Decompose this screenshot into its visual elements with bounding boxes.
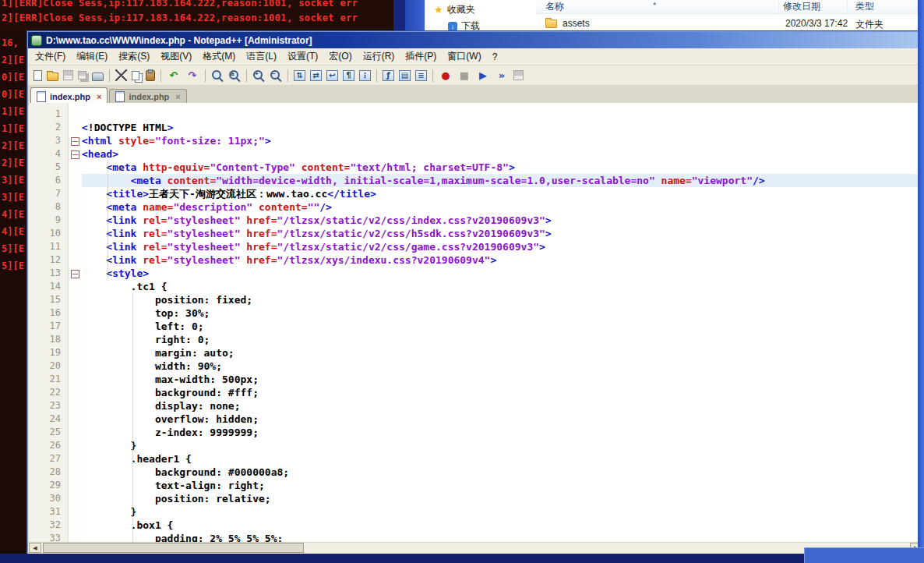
- code-line[interactable]: 6 <meta content="width=device-width, ini…: [29, 174, 922, 187]
- taskbar-tray-panel[interactable]: [804, 547, 924, 563]
- file-row[interactable]: assets2020/3/3 17:42文件夹: [536, 17, 918, 31]
- copy-icon[interactable]: [132, 71, 139, 80]
- editor[interactable]: 12<!DOCTYPE HTML>3<html style="font-size…: [29, 103, 922, 542]
- menu-item[interactable]: 视图(V): [155, 48, 197, 65]
- word-wrap-icon[interactable]: ↩: [326, 70, 338, 81]
- menu-item[interactable]: 格式(M): [197, 48, 241, 65]
- indent-guide-icon[interactable]: ⋮: [359, 70, 371, 81]
- code-line[interactable]: 2<!DOCTYPE HTML>: [29, 121, 922, 134]
- taskbar[interactable]: [0, 554, 924, 563]
- column-header-名称[interactable]: 名称▲: [536, 0, 779, 13]
- function-list-icon[interactable]: ƒ: [383, 70, 394, 81]
- macro-run-multiple-icon[interactable]: »: [495, 69, 509, 83]
- code-line[interactable]: 27 .header1 {: [29, 452, 922, 466]
- fold-cell: [69, 108, 82, 121]
- macro-record-icon[interactable]: ●: [439, 69, 453, 83]
- code-line[interactable]: 20 width: 90%;: [29, 359, 922, 373]
- find-icon[interactable]: [211, 69, 224, 82]
- fold-toggle-icon[interactable]: [71, 137, 79, 146]
- fold-cell: [69, 134, 82, 147]
- code-line[interactable]: 17 left: 0;: [29, 320, 922, 333]
- code-line[interactable]: 18 right: 0;: [29, 333, 922, 346]
- code-line[interactable]: 23 display: none;: [29, 399, 922, 413]
- macro-save-icon: [513, 70, 524, 80]
- menu-item[interactable]: 语言(L): [241, 48, 282, 65]
- code-line[interactable]: 26 }: [29, 439, 922, 452]
- code-line[interactable]: 7 <title>王者天下-淘游交流社区：www.tao.cc</title>: [29, 187, 922, 200]
- menu-item[interactable]: 插件(P): [400, 48, 442, 65]
- redo-icon[interactable]: ↷: [185, 69, 199, 83]
- print-icon[interactable]: [92, 73, 104, 81]
- code-line[interactable]: 25 z-index: 9999999;: [29, 426, 922, 439]
- macro-stop-icon: ■: [457, 69, 471, 83]
- line-number: 10: [29, 227, 69, 240]
- line-number: 18: [29, 333, 69, 346]
- menu-item[interactable]: 宏(O): [323, 48, 357, 65]
- code-line[interactable]: 21 max-width: 500px;: [29, 373, 922, 386]
- code-line[interactable]: 31 }: [29, 505, 922, 519]
- code-line[interactable]: 5 <meta http-equiv="Content-Type" conten…: [29, 161, 922, 174]
- code-line[interactable]: 19 margin: auto;: [29, 346, 922, 359]
- doc-switcher-icon[interactable]: ≡: [415, 70, 427, 81]
- console-line-fragment: 1][E: [0, 103, 27, 120]
- scroll-left-button[interactable]: ◀: [29, 543, 41, 553]
- code-line[interactable]: 11 <link rel="stylesheet" href="/tlzsx/s…: [29, 240, 922, 253]
- code-line[interactable]: 9 <link rel="stylesheet" href="/tlzsx/st…: [29, 214, 922, 227]
- title-bar[interactable]: D:\www.tao.cc\WWW\index.php - Notepad++ …: [28, 32, 923, 48]
- open-file-icon[interactable]: [47, 73, 58, 81]
- tab-close-icon[interactable]: ×: [175, 93, 180, 101]
- tab-index.php[interactable]: index.php×: [30, 87, 108, 104]
- tab-close-icon[interactable]: ×: [97, 93, 101, 101]
- menu-item[interactable]: 设置(T): [282, 48, 323, 65]
- code-line[interactable]: 33 padding: 2% 5% 5% 5%;: [29, 532, 922, 542]
- horizontal-scrollbar[interactable]: ◀ ▶: [29, 542, 922, 554]
- code-line[interactable]: 3<html style="font-size: 11px;">: [29, 134, 922, 147]
- cut-icon[interactable]: [115, 69, 127, 81]
- toolbar-separator: [205, 69, 206, 82]
- code-line[interactable]: 1: [29, 108, 922, 121]
- paste-icon[interactable]: [146, 70, 155, 81]
- zoom-out-icon[interactable]: −: [270, 69, 282, 82]
- macro-play-icon[interactable]: ▶: [476, 69, 490, 83]
- show-all-characters-icon[interactable]: ¶: [343, 70, 354, 81]
- code-line[interactable]: 32 .box1 {: [29, 519, 922, 532]
- code-line[interactable]: 4<head>: [29, 147, 922, 161]
- code-line[interactable]: 30 position: relative;: [29, 492, 922, 505]
- menu-item[interactable]: ?: [487, 50, 503, 64]
- code-line[interactable]: 8 <meta name="description" content=""/>: [29, 200, 922, 214]
- menu-item[interactable]: 编辑(E): [71, 48, 113, 65]
- line-number: 4: [29, 147, 69, 161]
- menu-item[interactable]: 文件(F): [30, 48, 71, 65]
- favorites-item[interactable]: ★ 收藏夹: [434, 3, 475, 16]
- sync-vertical-icon[interactable]: ⇅: [294, 70, 305, 81]
- code-line[interactable]: 12 <link rel="stylesheet" href="/tlzsx/x…: [29, 253, 922, 267]
- code-line[interactable]: 15 position: fixed;: [29, 293, 922, 306]
- code-line[interactable]: 14 .tc1 {: [29, 280, 922, 293]
- replace-icon[interactable]: a: [228, 69, 241, 82]
- tab-index.php[interactable]: index.php×: [109, 89, 186, 104]
- fold-toggle-icon[interactable]: [71, 150, 79, 159]
- sync-horizontal-icon[interactable]: ⇄: [310, 70, 322, 81]
- menu-item[interactable]: 运行(R): [358, 48, 400, 65]
- fold-toggle-icon[interactable]: [71, 270, 79, 278]
- console-log-left: 16,2][E0][E0][E1][E1][E2][E2][E3][E3][E4…: [0, 31, 27, 555]
- code-line[interactable]: 13 <style>: [29, 267, 922, 280]
- code-line[interactable]: 10 <link rel="stylesheet" href="/tlzsx/s…: [29, 227, 922, 240]
- menu-item[interactable]: 窗口(W): [442, 48, 486, 65]
- code-line[interactable]: 16 top: 30%;: [29, 306, 922, 320]
- code-line[interactable]: 29 text-align: right;: [29, 479, 922, 492]
- column-header-类型[interactable]: 类型: [848, 0, 918, 13]
- console-line-fragment: 4][E: [0, 223, 27, 240]
- code-line[interactable]: 24 overflow: hidden;: [29, 413, 922, 426]
- new-file-icon[interactable]: [34, 70, 42, 81]
- line-number: 27: [29, 452, 69, 466]
- column-header-修改日期[interactable]: 修改日期: [779, 0, 848, 13]
- code-line[interactable]: 28 background: #000000a8;: [29, 466, 922, 479]
- line-number: 12: [29, 253, 69, 267]
- zoom-in-icon[interactable]: +: [252, 69, 265, 82]
- code-line[interactable]: 22 background: #fff;: [29, 386, 922, 399]
- menu-item[interactable]: 搜索(S): [113, 48, 155, 65]
- scrollbar-thumb[interactable]: [43, 543, 304, 553]
- undo-icon[interactable]: ↶: [167, 69, 181, 83]
- document-map-icon[interactable]: ▤: [399, 70, 411, 81]
